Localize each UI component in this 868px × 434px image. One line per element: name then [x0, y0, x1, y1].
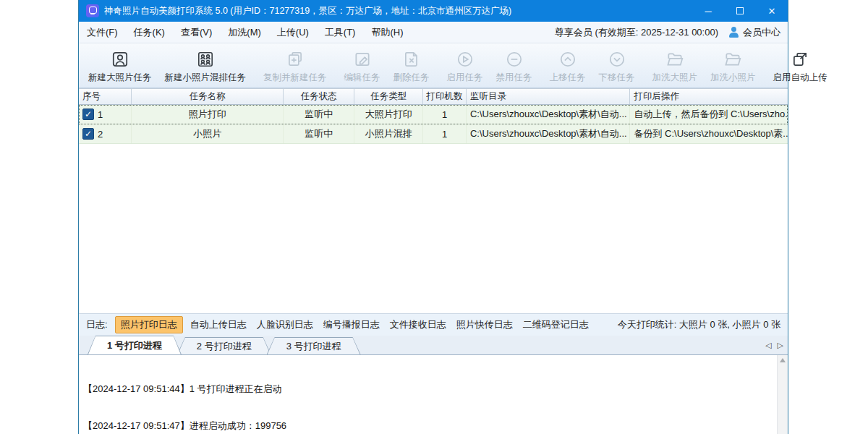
task-status-cell: 监听中	[284, 124, 354, 143]
member-center-link[interactable]: 会员中心	[743, 26, 780, 39]
log-scrollbar[interactable]	[777, 355, 788, 434]
log-tab-photo-fast-transfer[interactable]: 照片快传日志	[456, 318, 513, 331]
minus-circle-icon	[503, 48, 525, 70]
minimize-button[interactable]: ─	[692, 0, 724, 22]
toolbar-button-label: 启用自动上传	[773, 72, 827, 84]
toolbar-button-label: 复制并新建任务	[263, 72, 327, 84]
toolbar-button-label: 编辑任务	[344, 72, 380, 84]
menu-help[interactable]: 帮助(H)	[363, 22, 411, 43]
maximize-icon	[736, 7, 744, 14]
row-index: 2	[98, 129, 103, 140]
toolbar-button-label: 新建小照片混排任务	[165, 72, 247, 84]
folder-icon	[722, 48, 744, 70]
after-print-cell: 自动上传，然后备份到 C:\Users\zho...	[630, 105, 788, 124]
column-header-task-status[interactable]: 任务状态	[284, 89, 354, 104]
table-header-row: 序号 任务名称 任务状态 任务类型 打印机数 监听目录 打印后操作	[79, 88, 788, 105]
watch-dir-cell: C:\Users\zhouxc\Desktop\素材\自动...	[467, 105, 631, 124]
log-tab-face-recognition[interactable]: 人脸识别日志	[257, 318, 313, 331]
column-header-printer-count[interactable]: 打印机数	[423, 89, 467, 104]
disable-task-button[interactable]: 禁用任务	[490, 43, 539, 88]
copy-plus-icon	[284, 48, 306, 70]
close-button[interactable]: ✕	[756, 0, 788, 22]
edit-task-button[interactable]: 编辑任务	[338, 43, 387, 88]
task-name-cell: 照片打印	[132, 105, 284, 124]
menu-view[interactable]: 查看(V)	[173, 22, 220, 43]
log-line: 【2024-12-17 09:51:44】1 号打印进程正在启动	[83, 383, 775, 395]
column-header-task-type[interactable]: 任务类型	[354, 89, 423, 104]
process-tab-3[interactable]: 3 号打印进程	[267, 337, 361, 354]
column-header-watch-dir[interactable]: 监听目录	[467, 89, 631, 104]
title-bar: 神奇照片自动美颜打印系统 5.0 (用户ID：71277319，景区：万达广场，…	[79, 0, 788, 22]
log-tab-photo-print[interactable]: 照片打印日志	[115, 316, 183, 333]
table-row[interactable]: ✓ 1 照片打印 监听中 大照片打印 1 C:\Users\zhouxc\Des…	[79, 105, 788, 124]
log-tab-auto-upload[interactable]: 自动上传日志	[190, 318, 247, 331]
menu-reprint[interactable]: 加洗(M)	[220, 22, 269, 43]
table-row[interactable]: ✓ 2 小照片 监听中 小照片混排 1 C:\Users\zhouxc\Desk…	[79, 124, 788, 144]
task-status-cell: 监听中	[284, 105, 354, 124]
column-header-after-print[interactable]: 打印后操作	[630, 89, 788, 104]
reprint-small-photo-button[interactable]: 加洗小照片	[704, 43, 762, 88]
row-checkbox[interactable]: ✓	[82, 109, 94, 120]
log-tab-qrcode-register[interactable]: 二维码登记日志	[523, 318, 589, 331]
person-photo-icon	[109, 48, 131, 70]
menu-task[interactable]: 任务(K)	[126, 22, 173, 43]
chevron-up-circle-icon	[557, 48, 579, 70]
membership-status: 尊享会员 (有效期至: 2025-12-31 00:00)	[555, 26, 718, 39]
log-tab-file-receive[interactable]: 文件接收日志	[390, 318, 446, 331]
process-tab-label: 2 号打印进程	[178, 338, 271, 354]
menu-file[interactable]: 文件(F)	[79, 22, 126, 43]
copy-new-task-button[interactable]: 复制并新建任务	[257, 43, 333, 88]
task-type-cell: 大照片打印	[354, 105, 423, 124]
log-bar-label: 日志:	[86, 318, 108, 331]
process-tab-1[interactable]: 1 号打印进程	[88, 336, 182, 354]
delete-x-icon	[401, 48, 422, 70]
watch-dir-cell: C:\Users\zhouxc\Desktop\素材\自动...	[467, 124, 631, 143]
toolbar-button-label: 下移任务	[599, 72, 635, 84]
move-down-task-button[interactable]: 下移任务	[592, 43, 642, 88]
task-name-cell: 小照片	[132, 124, 284, 143]
move-up-task-button[interactable]: 上移任务	[543, 43, 592, 88]
tab-scroll-arrows: ◁ ▷	[765, 336, 783, 354]
log-lines: 【2024-12-17 09:51:44】1 号打印进程正在启动 【2024-1…	[79, 355, 777, 434]
play-circle-icon	[454, 48, 476, 70]
column-header-task-name[interactable]: 任务名称	[132, 89, 284, 104]
new-large-photo-task-button[interactable]: 新建大照片任务	[82, 43, 158, 88]
print-stats-today: 今天打印统计: 大照片 0 张, 小照片 0 张	[618, 318, 780, 331]
app-window: 神奇照片自动美颜打印系统 5.0 (用户ID：71277319，景区：万达广场，…	[78, 0, 788, 434]
log-tab-number-broadcast[interactable]: 编号播报日志	[323, 318, 380, 331]
process-tab-2[interactable]: 2 号打印进程	[177, 337, 271, 354]
new-small-photo-mix-task-button[interactable]: 新建小照片混排任务	[158, 43, 253, 88]
row-checkbox[interactable]: ✓	[82, 128, 94, 140]
printer-count-cell: 1	[423, 124, 467, 143]
toolbar-button-label: 加洗大照片	[652, 72, 698, 84]
after-print-cell: 备份到 C:\Users\zhouxc\Desktop\素...	[630, 124, 788, 143]
enable-auto-upload-button[interactable]: 启用自动上传	[767, 43, 834, 88]
edit-pencil-icon	[352, 48, 373, 70]
toolbar-button-label: 加洗小照片	[710, 72, 756, 84]
maximize-button[interactable]	[724, 0, 756, 22]
window-controls: ─ ✕	[692, 0, 788, 22]
toolbar-button-label: 删除任务	[393, 72, 430, 84]
app-logo-icon	[86, 4, 99, 17]
log-tab-bar: 日志: 照片打印日志 自动上传日志 人脸识别日志 编号播报日志 文件接收日志 照…	[79, 313, 788, 336]
enable-task-button[interactable]: 启用任务	[441, 43, 490, 88]
task-table: 序号 任务名称 任务状态 任务类型 打印机数 监听目录 打印后操作 ✓ 1 照片…	[79, 88, 788, 313]
column-header-index[interactable]: 序号	[79, 89, 132, 104]
toolbar-button-label: 上移任务	[550, 72, 586, 84]
menu-tools[interactable]: 工具(T)	[317, 22, 364, 43]
upload-share-icon	[789, 48, 811, 70]
folder-icon	[664, 48, 686, 70]
tab-scroll-left-icon[interactable]: ◁	[765, 341, 771, 350]
toolbar-button-label: 启用任务	[447, 72, 483, 84]
tab-scroll-right-icon[interactable]: ▷	[778, 341, 783, 350]
scroll-up-icon	[780, 358, 786, 362]
process-tab-row: 1 号打印进程 2 号打印进程 3 号打印进程 ◁ ▷	[79, 336, 788, 355]
printer-count-cell: 1	[423, 105, 467, 124]
menu-upload[interactable]: 上传(U)	[269, 22, 317, 43]
chevron-down-circle-icon	[606, 48, 628, 70]
reprint-large-photo-button[interactable]: 加洗大照片	[646, 43, 705, 88]
row-index: 1	[98, 109, 103, 120]
menu-bar: 文件(F) 任务(K) 查看(V) 加洗(M) 上传(U) 工具(T) 帮助(H…	[79, 22, 788, 43]
delete-task-button[interactable]: 删除任务	[387, 43, 436, 88]
toolbar: 新建大照片任务 新建小照片混排任务 复制并新建任务 编辑任务 删除任	[79, 43, 788, 88]
